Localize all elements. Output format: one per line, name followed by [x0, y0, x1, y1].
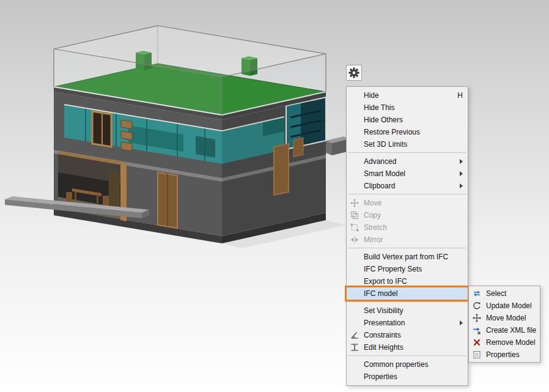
gear-icon — [348, 67, 359, 78]
menu-item-restore-previous[interactable]: Restore Previous — [347, 126, 468, 138]
edit-heights-icon — [350, 343, 361, 352]
menu-item-label: Set 3D Limits — [364, 140, 407, 149]
menu-item-label: Move — [364, 199, 381, 207]
menu-item-label: Smart Model — [364, 169, 405, 178]
menu-item-label: Hide Others — [364, 116, 403, 124]
menu-item-edit-heights[interactable]: Edit Heights — [347, 341, 468, 353]
move-icon — [350, 199, 361, 207]
menu-item-common-properties[interactable]: Common properties — [347, 358, 468, 371]
menu-item-label: Clipboard — [364, 182, 395, 190]
menu-item-label: Export to IFC — [364, 277, 407, 286]
corner-window — [286, 97, 326, 149]
menu-item-label: Update Model — [486, 301, 532, 310]
icon-spacer — [350, 140, 361, 149]
submenu-arrow-icon — [460, 320, 463, 325]
icon-spacer — [350, 116, 361, 124]
icon-spacer — [350, 360, 361, 369]
menu-item-label: Presentation — [364, 319, 405, 327]
side-door — [274, 144, 289, 195]
menu-item-advanced[interactable]: Advanced — [347, 155, 468, 168]
menu-item-label: Set Visibility — [364, 306, 403, 315]
menu-item-smart-model[interactable]: Smart Model — [347, 168, 468, 180]
menu-item-presentation[interactable]: Presentation — [347, 317, 468, 329]
menu-item-select[interactable]: Select — [469, 287, 540, 300]
icon-spacer — [350, 157, 361, 166]
menu-item-label: IFC Property Sets — [364, 265, 422, 273]
menu-item-label: Advanced — [364, 157, 396, 166]
menu-separator — [348, 355, 466, 356]
menu-item-label: Select — [486, 289, 506, 298]
front-door — [158, 172, 177, 228]
icon-spacer — [350, 306, 361, 315]
menu-item-label: Remove Model — [486, 338, 536, 347]
menu-separator — [348, 301, 466, 302]
menu-item-build-vertex-part-from-ifc[interactable]: Build Vertex part from IFC — [347, 251, 468, 263]
icon-spacer — [350, 91, 361, 100]
menu-item-ifc-model[interactable]: IFC model — [347, 287, 468, 300]
menu-item-stretch: Stretch — [347, 221, 468, 234]
menu-item-label: Create XML file — [486, 326, 536, 335]
side-window — [293, 138, 303, 157]
menu-item-label: Mirror — [364, 235, 383, 244]
menu-item-label: Stretch — [364, 223, 387, 232]
context-options-button[interactable] — [346, 65, 362, 81]
update-model-icon — [473, 301, 484, 310]
submenu-arrow-icon — [460, 171, 463, 176]
select-icon — [473, 289, 484, 298]
menu-item-label: Build Vertex part from IFC — [364, 253, 448, 261]
menu-item-constraints[interactable]: Constraints — [347, 329, 468, 341]
menu-item-label: Move Model — [486, 314, 526, 322]
building-model[interactable] — [5, 26, 350, 248]
menu-item-label: Restore Previous — [364, 128, 420, 136]
shortcut-hint: H — [450, 91, 463, 100]
icon-spacer — [350, 372, 361, 381]
constraints-icon — [350, 331, 361, 339]
icon-spacer — [350, 265, 361, 273]
submenu-arrow-icon — [460, 183, 463, 188]
ifc-model-submenu: SelectUpdate ModelMove ModelCreate XML f… — [468, 286, 540, 363]
icon-spacer — [350, 253, 361, 261]
menu-item-set-visibility[interactable]: Set Visibility — [347, 305, 468, 317]
menu-item-label: Properties — [486, 350, 520, 359]
move-model-icon — [473, 314, 484, 322]
menu-item-label: Common properties — [364, 360, 428, 369]
menu-item-label: Hide — [364, 91, 379, 100]
icon-spacer — [350, 277, 361, 286]
menu-item-hide-this[interactable]: Hide This — [347, 102, 468, 114]
remove-model-icon — [473, 338, 484, 347]
menu-item-move: Move — [347, 197, 468, 209]
context-menu: HideHHide ThisHide OthersRestore Previou… — [346, 86, 468, 386]
menu-item-mirror: Mirror — [347, 234, 468, 246]
submenu-arrow-icon — [460, 159, 463, 164]
menu-item-label: Copy — [364, 211, 381, 220]
icon-spacer — [350, 169, 361, 178]
menu-item-label: Properties — [364, 372, 397, 381]
wood-window — [92, 111, 111, 147]
icon-spacer — [350, 128, 361, 136]
stretch-icon — [350, 223, 361, 232]
mirror-icon — [350, 235, 361, 244]
menu-item-remove-model[interactable]: Remove Model — [469, 336, 540, 349]
menu-item-set-3d-limits[interactable]: Set 3D Limits — [347, 138, 468, 150]
icon-spacer — [350, 289, 361, 298]
menu-item-create-xml-file[interactable]: Create XML file — [469, 324, 540, 336]
menu-item-label: Hide This — [364, 103, 394, 112]
menu-item-update-model[interactable]: Update Model — [469, 300, 540, 312]
icon-spacer — [350, 182, 361, 190]
menu-separator — [348, 194, 466, 194]
properties-icon — [473, 350, 484, 359]
icon-spacer — [350, 103, 361, 112]
create-xml-icon — [473, 326, 484, 335]
menu-item-hide[interactable]: HideH — [347, 89, 468, 102]
menu-item-ifc-property-sets[interactable]: IFC Property Sets — [347, 263, 468, 275]
menu-item-hide-others[interactable]: Hide Others — [347, 114, 468, 126]
menu-separator — [348, 152, 466, 153]
icon-spacer — [350, 319, 361, 327]
menu-item-properties[interactable]: Properties — [347, 371, 468, 383]
menu-item-copy: Copy — [347, 209, 468, 221]
copy-icon — [350, 211, 361, 220]
menu-item-move-model[interactable]: Move Model — [469, 312, 540, 324]
menu-item-clipboard[interactable]: Clipboard — [347, 180, 468, 192]
menu-item-properties[interactable]: Properties — [469, 349, 540, 361]
menu-item-export-to-ifc[interactable]: Export to IFC — [347, 275, 468, 287]
